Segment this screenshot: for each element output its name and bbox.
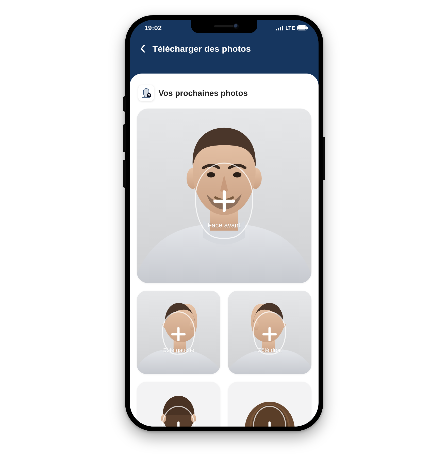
svg-rect-0: [276, 29, 277, 30]
plus-icon: [171, 421, 186, 427]
chevron-left-icon: [140, 45, 145, 53]
plus-icon: [213, 190, 235, 212]
upload-slot-front[interactable]: Face avant: [137, 109, 311, 283]
content-sheet: Vos prochaines photos: [130, 74, 319, 427]
upload-overlay: Face avant: [137, 109, 311, 283]
page-title: Télécharger des photos: [153, 44, 251, 54]
svg-point-10: [148, 95, 150, 96]
upload-slot-top[interactable]: [228, 382, 311, 427]
upload-row-sides: Côté gauche: [137, 291, 311, 374]
upload-slot-left[interactable]: Côté gauche: [137, 291, 220, 374]
svg-rect-1: [278, 28, 279, 30]
phone-speaker: [214, 25, 234, 27]
battery-icon: [297, 25, 308, 30]
status-network-label: LTE: [286, 25, 295, 31]
app-header: Télécharger des photos: [130, 36, 319, 64]
phone-frame: 19:02 LTE: [125, 15, 323, 431]
status-time: 19:02: [144, 24, 162, 32]
upload-slot-back[interactable]: [137, 382, 220, 427]
svg-rect-8: [148, 93, 150, 94]
phone-side-button-volume-down: [123, 160, 126, 188]
selfie-camera-icon: [138, 85, 154, 101]
plus-icon: [171, 327, 186, 341]
phone-side-button-silence: [123, 96, 126, 112]
upload-overlay: Côté droit: [228, 291, 311, 374]
svg-rect-6: [307, 27, 308, 29]
phone-screen: 19:02 LTE: [130, 20, 319, 427]
slot-caption-front: Face avant: [208, 221, 240, 229]
svg-rect-3: [282, 26, 283, 30]
back-button[interactable]: [137, 43, 149, 55]
section-title: Vos prochaines photos: [159, 89, 248, 98]
section-header: Vos prochaines photos: [138, 85, 310, 101]
phone-notch: [191, 20, 257, 33]
svg-rect-5: [298, 26, 306, 30]
upload-overlay: [137, 382, 220, 427]
phone-side-button-power: [323, 137, 325, 180]
upload-row-extra: [137, 382, 311, 427]
phone-side-button-volume-up: [123, 124, 126, 152]
slot-caption-left: Côté gauche: [163, 347, 194, 354]
phone-front-camera: [234, 24, 238, 28]
plus-icon: [262, 421, 277, 427]
signal-icon: [276, 25, 284, 30]
slot-caption-right: Côté droit: [257, 347, 281, 354]
upload-overlay: Côté gauche: [137, 291, 220, 374]
upload-slot-right[interactable]: Côté droit: [228, 291, 311, 374]
upload-overlay: [228, 382, 311, 427]
svg-rect-2: [280, 27, 281, 30]
plus-icon: [262, 327, 277, 341]
